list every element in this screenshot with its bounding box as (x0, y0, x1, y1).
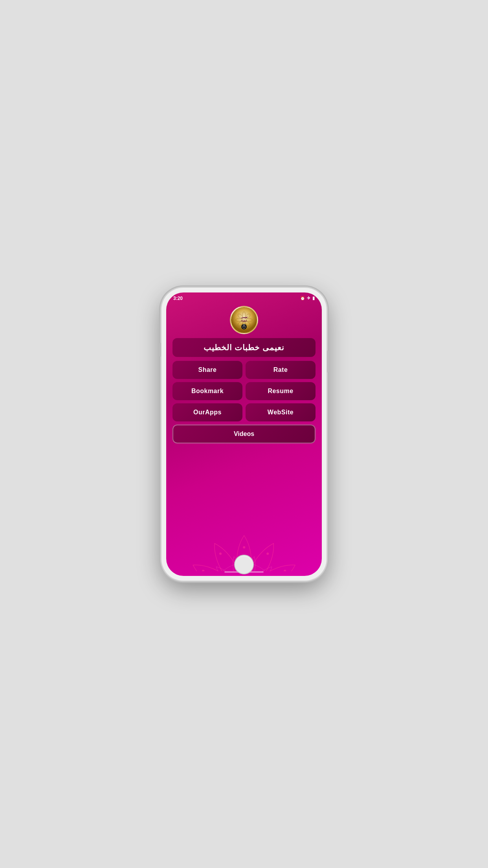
svg-point-16 (283, 569, 286, 571)
svg-point-24 (202, 569, 205, 571)
ourapps-button[interactable]: OurApps (172, 403, 242, 421)
bookmark-button[interactable]: Bookmark (172, 382, 242, 400)
website-button[interactable]: WebSite (246, 403, 316, 421)
logo-svg: نعیمی خطباء (231, 307, 257, 333)
svg-text:نعیمی: نعیمی (241, 316, 248, 318)
phone-frame: 3:20 ⏰ ✈ ▮ (161, 288, 327, 581)
svg-point-15 (266, 552, 269, 555)
alarm-icon: ⏰ (300, 296, 305, 300)
app-title-button[interactable]: نعیمی خطبات الخطیب (172, 338, 316, 357)
app-logo: نعیمی خطباء (230, 306, 258, 334)
home-button[interactable] (234, 555, 254, 574)
videos-button[interactable]: Videos (172, 425, 316, 443)
status-time: 3:20 (173, 296, 183, 301)
screen: 3:20 ⏰ ✈ ▮ (166, 292, 322, 576)
mandala-decoration: .petal { fill: none; stroke: #ff3399; st… (172, 447, 316, 571)
button-row-1: Share Rate (172, 361, 316, 379)
svg-point-14 (243, 546, 245, 548)
resume-button[interactable]: Resume (246, 382, 316, 400)
status-icons: ⏰ ✈ ▮ (300, 296, 315, 301)
svg-point-25 (219, 552, 222, 555)
battery-icon: ▮ (312, 296, 315, 301)
svg-text:خطباء: خطباء (241, 320, 247, 322)
status-bar: 3:20 ⏰ ✈ ▮ (166, 292, 322, 303)
share-button[interactable]: Share (172, 361, 242, 379)
logo-container: نعیمی خطباء (230, 306, 258, 334)
app-content: نعیمی خطباء نعیمی خطبات الخطیب Share Rat… (166, 303, 322, 576)
rate-button[interactable]: Rate (246, 361, 316, 379)
airplane-icon: ✈ (307, 296, 310, 301)
svg-rect-12 (243, 324, 245, 327)
button-row-2: Bookmark Resume (172, 382, 316, 400)
button-row-3: OurApps WebSite (172, 403, 316, 421)
